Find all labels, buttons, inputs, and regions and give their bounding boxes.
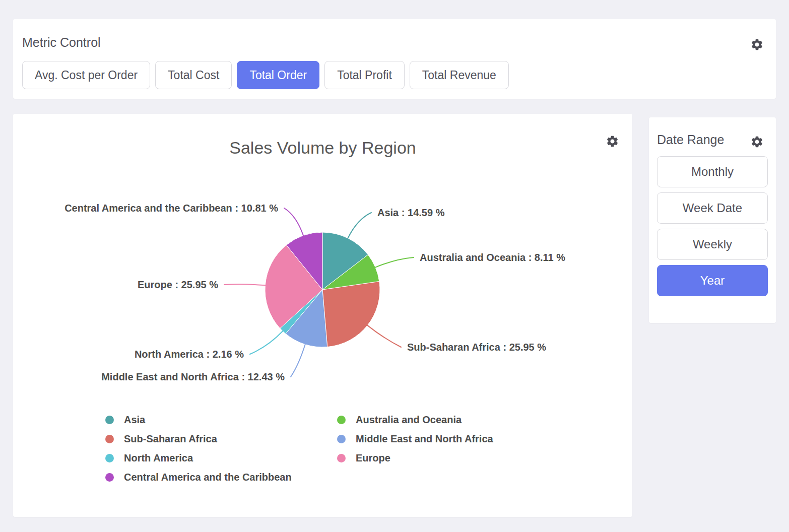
metric-button-total-cost[interactable]: Total Cost — [155, 61, 232, 89]
legend-dot-icon — [337, 454, 346, 462]
metric-button-total-revenue[interactable]: Total Revenue — [410, 61, 509, 89]
label-line-north-america — [250, 331, 283, 354]
label-line-sub-saharan-africa — [367, 325, 401, 347]
pie-slice-sub-saharan-africa[interactable] — [322, 282, 380, 347]
date-range-buttons-group: MonthlyWeek DateWeeklyYear — [657, 156, 768, 301]
legend-dot-icon — [105, 454, 114, 462]
label-line-central-america-and-the-caribbean — [284, 208, 303, 236]
date-range-button-year[interactable]: Year — [657, 265, 768, 296]
legend-item-middle-east-and-north-africa[interactable]: Middle East and North Africa — [337, 429, 493, 448]
legend-dot-icon — [105, 435, 114, 443]
legend-item-europe[interactable]: Europe — [337, 448, 493, 468]
pie-label-australia-and-oceania: Australia and Oceania : 8.11 % — [420, 252, 565, 263]
legend-label: North America — [124, 452, 193, 464]
pie-label-sub-saharan-africa: Sub-Saharan Africa : 25.95 % — [407, 342, 546, 353]
legend-dot-icon — [337, 416, 346, 424]
legend-item-central-america-and-the-caribbean[interactable]: Central America and the Caribbean — [105, 468, 337, 487]
date-range-button-week-date[interactable]: Week Date — [657, 192, 768, 224]
pie-label-middle-east-and-north-africa: Middle East and North Africa : 12.43 % — [101, 371, 285, 382]
metric-buttons-group: Avg. Cost per OrderTotal CostTotal Order… — [22, 61, 509, 89]
metric-settings-gear-icon[interactable] — [750, 38, 764, 51]
legend-label: Middle East and North Africa — [356, 433, 493, 445]
metric-control-panel: Metric Control Avg. Cost per OrderTotal … — [13, 19, 776, 99]
legend-label: Europe — [356, 452, 390, 464]
date-range-button-weekly[interactable]: Weekly — [657, 229, 768, 260]
legend-label: Central America and the Caribbean — [124, 472, 292, 483]
metric-button-total-profit[interactable]: Total Profit — [324, 61, 405, 89]
legend-label: Asia — [124, 414, 145, 426]
legend-item-north-america[interactable]: North America — [105, 448, 337, 468]
label-line-europe — [224, 284, 265, 285]
date-range-panel: Date Range MonthlyWeek DateWeeklyYear — [649, 117, 776, 323]
date-range-button-monthly[interactable]: Monthly — [657, 156, 768, 187]
legend-item-asia[interactable]: Asia — [105, 410, 337, 429]
legend-item-sub-saharan-africa[interactable]: Sub-Saharan Africa — [105, 429, 337, 448]
metric-button-avg-cost-per-order[interactable]: Avg. Cost per Order — [22, 61, 150, 89]
metric-control-title: Metric Control — [22, 35, 101, 50]
pie-label-central-america-and-the-caribbean: Central America and the Caribbean : 10.8… — [64, 203, 278, 214]
date-range-title: Date Range — [657, 132, 724, 147]
legend-dot-icon — [105, 473, 114, 482]
legend-item-australia-and-oceania[interactable]: Australia and Oceania — [337, 410, 493, 429]
pie-label-north-america: North America : 2.16 % — [135, 349, 244, 360]
pie-label-europe: Europe : 25.95 % — [138, 279, 218, 290]
pie-label-asia: Asia : 14.59 % — [377, 207, 445, 218]
chart-legend: AsiaAustralia and OceaniaSub-Saharan Afr… — [105, 410, 493, 487]
legend-dot-icon — [105, 416, 114, 424]
date-range-settings-gear-icon[interactable] — [750, 135, 764, 149]
legend-label: Australia and Oceania — [356, 414, 462, 426]
metric-button-total-order[interactable]: Total Order — [237, 61, 319, 89]
chart-panel: Sales Volume by Region Asia : 14.59 %Aus… — [13, 114, 632, 517]
label-line-asia — [348, 213, 371, 238]
legend-label: Sub-Saharan Africa — [124, 433, 217, 445]
label-line-middle-east-and-north-africa — [291, 345, 305, 377]
label-line-australia-and-oceania — [375, 257, 414, 268]
legend-dot-icon — [337, 435, 346, 443]
